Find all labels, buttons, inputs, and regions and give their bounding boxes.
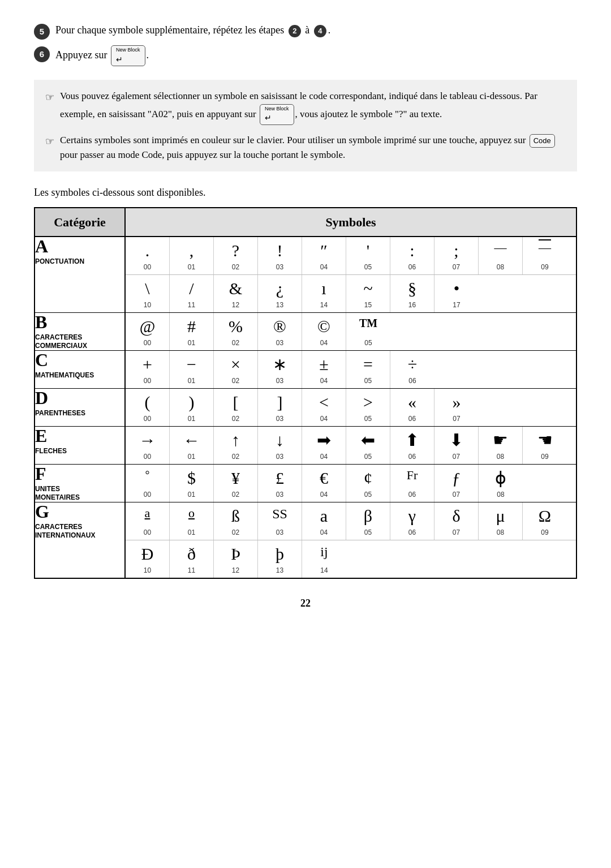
symbol-f-00: °00	[126, 465, 170, 502]
cat-cell-f: F UNITESMONETAIRES	[35, 465, 125, 502]
symbol-e-01: ←01	[170, 427, 214, 464]
symbol-c-01: −01	[170, 351, 214, 388]
symbol-a-01: ,01	[170, 237, 214, 274]
symbol-g-11: ð11	[170, 540, 214, 578]
symbol-e-09: ☚09	[523, 427, 567, 464]
symbol-e-02: ↑02	[214, 427, 258, 464]
symbol-e-04: ➡04	[302, 427, 346, 464]
symbol-a-09: —09	[523, 237, 567, 274]
symbol-g-09: Ω09	[523, 502, 567, 540]
symbols-cell-a: .00 ,01 ?02 !03 ″04 '05 :06 ;07 —08 —09 …	[125, 237, 576, 313]
page-number: 22	[34, 596, 577, 611]
return-key-note1: New Block ↵	[260, 104, 294, 125]
symbol-d-03: ]03	[258, 389, 302, 426]
symbol-a-15: ~15	[346, 275, 390, 312]
note-2-text: Certains symboles sont imprimés en coule…	[60, 133, 566, 163]
symbol-b-00: @00	[126, 313, 170, 350]
symbols-cell-f: °00 $01 ¥02 £03 €04 ¢05 Fr06 ƒ07 ϕ08	[125, 465, 576, 502]
note-2-icon: ☞	[45, 134, 54, 149]
return-key: New Block ↵	[111, 45, 145, 66]
cat-cell-a: A PONCTUATION	[35, 237, 125, 313]
symbol-b-04: ©04	[302, 313, 346, 350]
symbol-e-05: ⬅05	[346, 427, 390, 464]
symbol-a-00: .00	[126, 237, 170, 274]
symbol-b-02: %02	[214, 313, 258, 350]
step-ref-2: 2	[289, 25, 301, 37]
available-text: Les symboles ci-dessous sont disponibles…	[34, 185, 577, 200]
symbol-c-02: ×02	[214, 351, 258, 388]
symbol-b-03: ®03	[258, 313, 302, 350]
symbol-d-06: «06	[390, 389, 434, 426]
symbol-g-07: δ07	[434, 502, 479, 540]
cat-cell-g: G CARACTERESINTERNATIONAUX	[35, 502, 125, 579]
symbols-row-a1: .00 ,01 ?02 !03 ″04 '05 :06 ;07 —08 —09	[126, 237, 576, 275]
cat-letter-g: G	[35, 502, 124, 521]
symbols-row-g2: Ð10 ð11 Þ12 þ13 ij14	[126, 540, 576, 578]
notes-section: ☞ Vous pouvez également sélectionner un …	[34, 80, 577, 171]
new-block-label: New Block	[116, 46, 140, 54]
step-5: 5 Pour chaque symbole supplémentaire, ré…	[34, 23, 577, 40]
symbol-b-05: TM05	[346, 313, 390, 350]
symbol-e-03: ↓03	[258, 427, 302, 464]
symbol-a-17: •17	[434, 275, 479, 312]
symbols-row-g1: a00 o01 ß02 SS03 a04 β05 γ06 δ07 μ08 Ω09	[126, 502, 576, 540]
cat-name-e: FLECHES	[35, 447, 124, 455]
return-symbol: ↵	[116, 55, 123, 64]
table-row-c: C MATHEMATIQUES +00 −01 ×02 ∗03 ±04 =05 …	[35, 351, 576, 389]
symbol-c-04: ±04	[302, 351, 346, 388]
symbol-f-05: ¢05	[346, 465, 390, 502]
symbols-cell-e: →00 ←01 ↑02 ↓03 ➡04 ⬅05 ⬆06 ⬇07 ☛08 ☚09	[125, 427, 576, 465]
symbols-row-d1: (00 )01 [02 ]03 <04 >05 «06 »07	[126, 389, 576, 426]
symbol-e-00: →00	[126, 427, 170, 464]
symbol-g-06: γ06	[390, 502, 434, 540]
step-6: 6 Appuyez sur New Block ↵ .	[34, 45, 577, 66]
cat-letter-a: A	[35, 237, 124, 255]
symbols-row-f1: °00 $01 ¥02 £03 €04 ¢05 Fr06 ƒ07 ϕ08	[126, 465, 576, 502]
cat-letter-d: D	[35, 389, 124, 407]
note-2: ☞ Certains symboles sont imprimés en cou…	[45, 133, 566, 163]
cat-name-c: MATHEMATIQUES	[35, 371, 124, 379]
note-1-text: Vous pouvez également sélectionner un sy…	[60, 89, 566, 125]
note-1: ☞ Vous pouvez également sélectionner un …	[45, 89, 566, 125]
symbol-d-05: >05	[346, 389, 390, 426]
table-row-b: B CARACTERESCOMMERCIAUX @00 #01 %02 ®03 …	[35, 313, 576, 351]
note-1-icon: ☞	[45, 90, 54, 105]
symbol-a-06: :06	[390, 237, 434, 274]
symbol-g-13: þ13	[258, 540, 302, 578]
symbols-row-a2: \10 /11 &12 ¿13 ı14 ~15 §16 •17	[126, 275, 576, 312]
symbol-g-04: a04	[302, 502, 346, 540]
symbol-a-12: &12	[214, 275, 258, 312]
symbol-a-07: ;07	[434, 237, 479, 274]
symbol-g-10: Ð10	[126, 540, 170, 578]
symbol-f-07: ƒ07	[434, 465, 479, 502]
symbol-g-08: μ08	[479, 502, 523, 540]
symbol-f-04: €04	[302, 465, 346, 502]
symbol-table: Catégorie Symboles A PONCTUATION .00 ,01…	[34, 207, 577, 579]
table-row-d: D PARENTHESES (00 )01 [02 ]03 <04 >05 «0…	[35, 389, 576, 427]
symbol-e-06: ⬆06	[390, 427, 434, 464]
cat-name-d: PARENTHESES	[35, 409, 124, 417]
symbol-g-12: Þ12	[214, 540, 258, 578]
symbol-a-11: /11	[170, 275, 214, 312]
symbol-a-14: ı14	[302, 275, 346, 312]
header-symboles: Symboles	[125, 208, 576, 237]
symbol-d-07: »07	[434, 389, 479, 426]
symbol-a-04: ″04	[302, 237, 346, 274]
symbols-row-b1: @00 #01 %02 ®03 ©04 TM05	[126, 313, 576, 350]
step-5-text: Pour chaque symbole supplémentaire, répé…	[55, 23, 330, 38]
symbol-g-02: ß02	[214, 502, 258, 540]
cat-name-f: UNITESMONETAIRES	[35, 485, 124, 501]
symbol-c-03: ∗03	[258, 351, 302, 388]
symbol-e-08: ☛08	[479, 427, 523, 464]
symbol-d-04: <04	[302, 389, 346, 426]
symbols-row-c1: +00 −01 ×02 ∗03 ±04 =05 ÷06	[126, 351, 576, 388]
cat-letter-e: E	[35, 427, 124, 445]
cat-name-b: CARACTERESCOMMERCIAUX	[35, 333, 124, 350]
symbol-a-02: ?02	[214, 237, 258, 274]
symbols-cell-b: @00 #01 %02 ®03 ©04 TM05	[125, 313, 576, 351]
return-symbol-note1: ↵	[265, 113, 272, 122]
cat-cell-b: B CARACTERESCOMMERCIAUX	[35, 313, 125, 351]
symbol-c-06: ÷06	[390, 351, 434, 388]
cat-letter-c: C	[35, 351, 124, 369]
symbol-a-03: !03	[258, 237, 302, 274]
